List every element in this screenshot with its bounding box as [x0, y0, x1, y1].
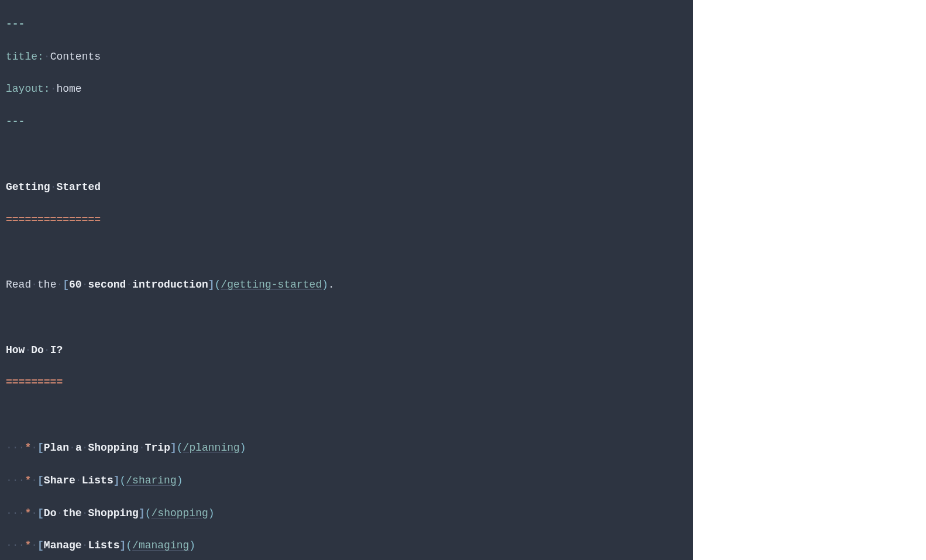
- frontmatter-layout: layout:·home: [6, 81, 687, 98]
- list-item: ···*·[Share·Lists](/sharing): [6, 473, 687, 489]
- blank-line: [6, 407, 687, 424]
- intro-line: Read·the·[60·second·introduction](/getti…: [6, 277, 687, 293]
- list-item: ···*·[Manage·Lists](/managing): [6, 538, 687, 554]
- code-editor[interactable]: --- title:·Contents layout:·home --- Get…: [0, 0, 693, 560]
- list-item: ···*·[Plan·a·Shopping·Trip](/planning): [6, 440, 687, 457]
- frontmatter-title: title:·Contents: [6, 49, 687, 65]
- heading-underline: ===============: [6, 212, 687, 229]
- blank-line: [6, 310, 687, 326]
- heading-getting-started: Getting·Started: [6, 179, 687, 196]
- heading-how-do-i: How·Do·I?: [6, 343, 687, 359]
- blank-line: [6, 147, 687, 163]
- frontmatter-open: ---: [6, 16, 687, 33]
- heading-underline: =========: [6, 375, 687, 391]
- frontmatter-close: ---: [6, 114, 687, 130]
- list-item: ···*·[Do·the·Shopping](/shopping): [6, 506, 687, 522]
- blank-line: [6, 244, 687, 261]
